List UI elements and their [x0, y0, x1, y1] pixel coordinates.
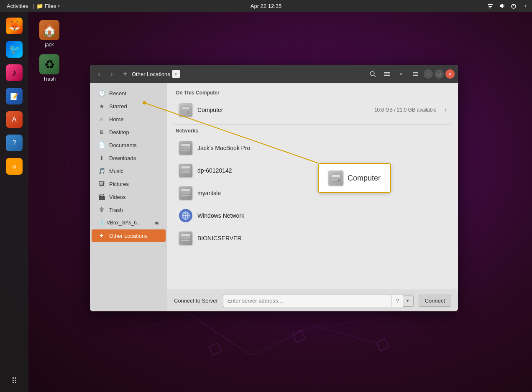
main-panel: On This Computer Computer: [167, 83, 458, 311]
recent-label: Recent: [109, 90, 126, 97]
svg-rect-11: [488, 4, 493, 5]
network-item-myantsle[interactable]: myantsle: [174, 182, 451, 204]
dock-item-thunderbird[interactable]: 🐦: [3, 38, 25, 60]
dock-item-help[interactable]: ?: [3, 132, 25, 154]
sidebar-item-starred[interactable]: ★ Starred: [92, 100, 166, 112]
network-icon[interactable]: [487, 3, 494, 9]
search-button[interactable]: [367, 68, 379, 80]
add-location-button[interactable]: +: [120, 69, 130, 79]
network-item-jacks-macbook[interactable]: Jack's MacBook Pro: [174, 137, 451, 159]
network-drive-graphic-3: [179, 186, 192, 200]
eject-icon[interactable]: ⏏: [154, 220, 159, 226]
grid-icon: ⠿: [6, 373, 23, 389]
files-dropdown-icon: ▾: [58, 4, 60, 8]
amazon-icon: a: [6, 158, 23, 175]
dock-item-rhythmbox[interactable]: ♪: [3, 62, 25, 84]
svg-rect-19: [384, 72, 390, 73]
forward-button[interactable]: ›: [106, 68, 118, 80]
computer-name: Computer: [197, 107, 369, 113]
sidebar-item-pictures[interactable]: 🖼 Pictures: [92, 178, 166, 190]
close-button[interactable]: ×: [445, 69, 455, 79]
connect-label: Connect to Server: [174, 298, 218, 304]
callout-drive-icon: [328, 171, 343, 186]
documents-icon: 📄: [98, 142, 105, 148]
back-button[interactable]: ‹: [93, 68, 105, 80]
on-this-computer-section-title: On This Computer: [174, 90, 451, 96]
titlebar-actions: ▾: [367, 68, 421, 80]
svg-marker-9: [293, 330, 305, 343]
svg-rect-54: [182, 237, 186, 237]
computer-item[interactable]: Computer 10.8 GB / 21.0 GB available /: [174, 99, 451, 121]
sidebar-item-music[interactable]: 🎵 Music: [92, 165, 166, 177]
maximize-button[interactable]: □: [435, 69, 444, 79]
svg-point-27: [187, 111, 189, 113]
dock-item-apps[interactable]: ⠿: [3, 370, 25, 392]
dock-item-amazon[interactable]: a: [3, 155, 25, 177]
list-view-button[interactable]: [381, 68, 393, 80]
sidebar-item-vbox[interactable]: 💿 VBox_GAs_6... ⏏: [92, 216, 166, 229]
svg-rect-36: [181, 166, 190, 168]
home-icon: ⌂: [98, 116, 105, 122]
minimize-icon: −: [427, 71, 430, 77]
downloads-label: Downloads: [109, 155, 136, 161]
sidebar-item-documents[interactable]: 📄 Documents: [92, 139, 166, 151]
file-manager-window: ‹ › + Other Locations ▾ ▾: [90, 65, 458, 311]
view-options-button[interactable]: ▾: [395, 68, 407, 80]
power-icon[interactable]: [510, 3, 517, 9]
desktop-icon-jack[interactable]: 🏠 jack: [33, 17, 66, 51]
myantsle-icon: [179, 186, 192, 200]
back-icon: ‹: [98, 71, 100, 77]
server-address-dropdown-button[interactable]: ▾: [403, 295, 413, 307]
svg-rect-38: [182, 169, 186, 169]
videos-icon: 🎬: [98, 193, 105, 200]
svg-marker-14: [500, 4, 503, 8]
sidebar-item-home[interactable]: ⌂ Home: [92, 113, 166, 125]
svg-rect-34: [181, 150, 190, 151]
documents-label: Documents: [109, 142, 137, 148]
sidebar-item-trash[interactable]: 🗑 Trash: [92, 204, 166, 216]
location-dropdown-button[interactable]: ▾: [172, 70, 180, 78]
starred-label: Starred: [109, 103, 127, 109]
network-item-bionicserver[interactable]: BIONICSERVER: [174, 227, 451, 249]
drive-graphic: [179, 103, 192, 117]
svg-point-17: [370, 71, 374, 76]
trash-folder-icon: ♻: [39, 54, 59, 74]
sidebar-item-videos[interactable]: 🎬 Videos: [92, 191, 166, 203]
dock-item-appstore[interactable]: A: [3, 109, 25, 130]
connect-button[interactable]: Connect: [419, 295, 451, 307]
dock-item-firefox[interactable]: 🦊: [3, 15, 25, 37]
network-item-windows[interactable]: Windows Network: [174, 205, 451, 227]
svg-rect-33: [182, 148, 184, 148]
svg-rect-12: [489, 6, 492, 7]
svg-marker-8: [209, 343, 222, 355]
svg-rect-28: [182, 110, 187, 110]
sidebar-item-other-locations[interactable]: + Other Locations: [92, 229, 166, 242]
topbar: Activities | 📁 Files ▾ Apr 22 12:35 ▾: [0, 0, 532, 12]
starred-icon: ★: [98, 103, 105, 109]
activities-button[interactable]: Activities: [3, 3, 31, 9]
music-label: Music: [109, 168, 123, 174]
minimize-button[interactable]: −: [424, 69, 433, 79]
sidebar-item-desktop[interactable]: 🖥 Desktop: [92, 126, 166, 138]
server-address-input[interactable]: [223, 295, 391, 306]
forward-icon: ›: [111, 71, 113, 77]
sidebar-item-downloads[interactable]: ⬇ Downloads: [92, 152, 166, 164]
dock-item-writer[interactable]: 📝: [3, 85, 25, 107]
sidebar-item-recent[interactable]: 🕐 Recent: [92, 87, 166, 99]
windows-network-graphic: [179, 209, 192, 222]
svg-rect-21: [384, 75, 390, 76]
desktop-icon-trash[interactable]: ♻ Trash: [33, 51, 66, 85]
server-address-help-button[interactable]: ?: [391, 295, 403, 307]
volume-icon[interactable]: [499, 3, 505, 9]
jack-label: jack: [45, 42, 54, 48]
dropdown-icon[interactable]: ▾: [522, 3, 529, 9]
network-item-dp[interactable]: dp-60120142: [174, 160, 451, 181]
vbox-icon: 💿: [98, 219, 105, 226]
vbox-label: VBox_GAs_6...: [107, 220, 141, 226]
menu-button[interactable]: [409, 68, 421, 80]
network-drive-graphic-4: [179, 232, 192, 245]
files-menu[interactable]: 📁 Files ▾: [36, 3, 60, 9]
svg-rect-45: [182, 193, 184, 193]
svg-rect-40: [181, 172, 190, 173]
svg-line-18: [374, 75, 376, 77]
